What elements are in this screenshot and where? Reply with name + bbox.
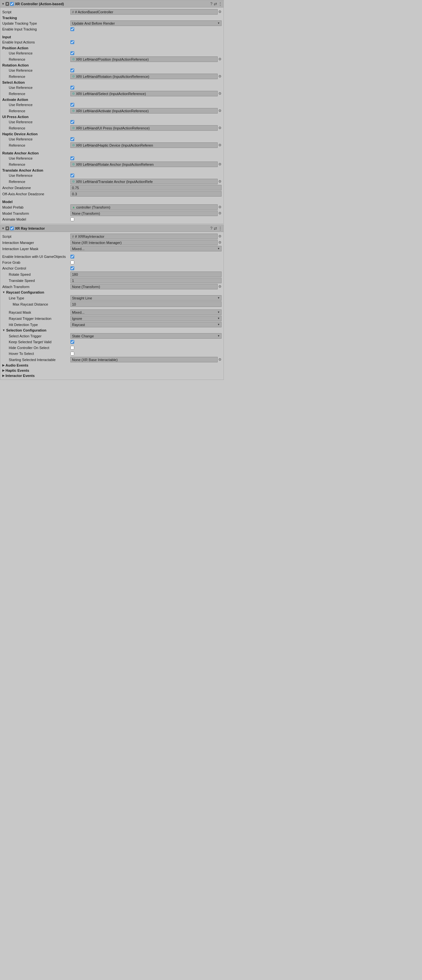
animate-model-checkbox[interactable] [70,217,74,221]
rotate-anchor-ref-gear[interactable]: ⚙ [218,162,221,166]
interaction-manager-field[interactable]: None (XR Interaction Manager) [70,240,218,245]
line-type-dropdown[interactable]: Straight Line ▼ [70,295,221,301]
translate-anchor-reference-field[interactable]: ⚙ XRI LeftHand/Translate Anchor (InputAc… [70,179,218,184]
ui-press-reference-row: Reference ⚙ XRI LeftHand/UI Press (Input… [0,125,223,131]
position-reference-field[interactable]: ⚙ XRI LeftHand/Position (InputActionRefe… [70,56,218,62]
off-axis-deadzone-input[interactable]: 0.3 [70,191,221,197]
ray-script-gear[interactable]: ⚙ [218,234,221,239]
ui-press-reference-field[interactable]: ⚙ XRI LeftHand/UI Press (InputActionRefe… [70,125,218,131]
rotation-ref-gear[interactable]: ⚙ [218,74,221,78]
ui-press-ref-icon: ⚙ [72,126,75,130]
force-grab-checkbox[interactable] [70,261,74,264]
script-label: Script [2,10,70,14]
starting-selected-field[interactable]: None (XR Base Interactable) [70,357,218,362]
selection-config-section: ▼ Selection Configuration [0,328,223,333]
model-prefab-gear[interactable]: ⚙ [218,205,221,209]
position-ref-gear[interactable]: ⚙ [218,57,221,61]
selection-config-label[interactable]: ▼ Selection Configuration [2,328,221,332]
script-name: # ActionBasedController [75,10,113,14]
ray-collapse-arrow[interactable]: ▼ [2,227,5,230]
rotation-reference-field[interactable]: ⚙ XRI LeftHand/Rotation (InputActionRefe… [70,74,218,79]
enable-input-tracking-label: Enable Input Tracking [2,27,70,31]
translate-anchor-use-reference-checkbox[interactable] [70,173,74,177]
max-raycast-distance-input[interactable]: 10 [70,301,221,307]
translate-speed-input[interactable]: 1 [70,278,221,283]
hit-detection-type-text: Raycast [72,323,216,327]
update-tracking-dropdown[interactable]: Update And Before Render ▼ [70,21,221,26]
ui-press-use-reference-checkbox[interactable] [70,120,74,124]
hover-to-select-checkbox[interactable] [70,352,74,356]
ui-press-ref-gear[interactable]: ⚙ [218,126,221,130]
interaction-manager-gear[interactable]: ⚙ [218,240,221,245]
interaction-layer-mask-dropdown[interactable]: Mixed... ▼ [70,246,221,251]
ray-component-enable-checkbox[interactable] [10,226,14,230]
rotation-use-reference-checkbox[interactable] [70,68,74,72]
ray-menu-icon[interactable]: ⋮ [218,226,222,231]
translate-anchor-ref-text: XRI LeftHand/Translate Anchor (InputActi… [76,180,217,184]
anchor-control-row: Anchor Control [0,266,223,271]
haptic-events-label[interactable]: ▶ Haptic Events [2,369,221,372]
xr-controller-header[interactable]: ▼ # XR Controller (Action-based) ? ⇄ ⋮ [0,0,223,8]
menu-icon[interactable]: ⋮ [218,2,222,6]
haptic-use-reference-checkbox[interactable] [70,137,74,141]
enable-interaction-ui-checkbox[interactable] [70,255,74,259]
raycast-trigger-dropdown[interactable]: Ignore ▼ [70,316,221,321]
settings-icon[interactable]: ⇄ [214,2,217,6]
xr-ray-interactor-header[interactable]: ▼ # XR Ray Interactor ? ⇄ ⋮ [0,225,223,232]
raycast-config-text: Raycast Configuration [6,290,44,294]
help-icon[interactable]: ? [210,2,212,6]
raycast-trigger-arrow: ▼ [217,317,220,320]
script-field[interactable]: # # ActionBasedController [70,9,218,14]
activate-reference-field[interactable]: ⚙ XRI LeftHand/Activate (InputActionRefe… [70,108,218,113]
line-type-label: Line Type [2,296,70,300]
rotate-anchor-reference-field[interactable]: ⚙ XRI LeftHand/Rotate Anchor (InputActio… [70,162,218,167]
attach-transform-gear[interactable]: ⚙ [218,285,221,289]
collapse-arrow[interactable]: ▼ [2,2,5,5]
attach-transform-field[interactable]: None (Transform) [70,284,218,290]
select-reference-field[interactable]: ⚙ XRI LeftHand/Select (InputActionRefere… [70,91,218,96]
enable-interaction-ui-value [70,255,221,259]
model-transform-gear[interactable]: ⚙ [218,211,221,215]
enable-input-tracking-checkbox[interactable] [70,27,74,31]
ray-script-field[interactable]: # # XRRayInteractor [70,234,218,239]
anchor-control-checkbox[interactable] [70,266,74,270]
rotate-speed-input[interactable]: 180 [70,272,221,277]
select-action-trigger-label: Select Action Trigger [2,334,70,338]
position-use-reference-checkbox[interactable] [70,51,74,55]
hide-controller-checkbox[interactable] [70,346,74,350]
select-use-reference-checkbox[interactable] [70,86,74,89]
hit-detection-type-dropdown[interactable]: Raycast ▼ [70,322,221,327]
tracking-section: Tracking [0,15,223,20]
select-action-section: Select Action [0,80,223,85]
haptic-ref-gear[interactable]: ⚙ [218,143,221,147]
ray-help-icon[interactable]: ? [210,226,212,231]
activate-use-reference-checkbox[interactable] [70,103,74,107]
rotate-anchor-action-section: Rotate Anchor Action [0,150,223,155]
enable-input-actions-checkbox[interactable] [70,40,74,44]
translate-anchor-ref-gear[interactable]: ⚙ [218,180,221,184]
model-transform-field[interactable]: None (Transform) [70,210,218,216]
enable-input-actions-value [70,40,221,44]
model-transform-row: Model Transform None (Transform) ⚙ [0,210,223,216]
interactor-events-label[interactable]: ▶ Interactor Events [2,374,221,378]
rotate-anchor-use-reference-checkbox[interactable] [70,156,74,160]
select-action-trigger-dropdown[interactable]: State Change ▼ [70,333,221,339]
activate-reference-value: ⚙ XRI LeftHand/Activate (InputActionRefe… [70,108,221,113]
audio-events-label[interactable]: ▶ Audio Events [2,363,221,367]
haptic-reference-field[interactable]: ⚙ XRI LeftHand/Haptic Device (InputActio… [70,142,218,148]
raycast-config-section: ▼ Raycast Configuration [0,290,223,295]
activate-ref-gear[interactable]: ⚙ [218,109,221,113]
model-prefab-field[interactable]: ▲ controller (Transform) [70,204,218,210]
select-ref-gear[interactable]: ⚙ [218,91,221,96]
anchor-deadzone-input[interactable]: 0.75 [70,185,221,191]
animate-model-row: Animate Model [0,216,223,222]
translate-speed-value: 1 [70,278,221,283]
ray-settings-icon[interactable]: ⇄ [214,226,217,231]
raycast-config-label[interactable]: ▼ Raycast Configuration [2,290,221,294]
script-gear[interactable]: ⚙ [218,10,221,14]
raycast-mask-dropdown[interactable]: Mixed... ▼ [70,309,221,315]
keep-selected-target-checkbox[interactable] [70,340,74,344]
starting-selected-gear[interactable]: ⚙ [218,358,221,362]
component-enable-checkbox[interactable] [10,2,14,6]
rotate-speed-label: Rotate Speed [2,272,70,276]
